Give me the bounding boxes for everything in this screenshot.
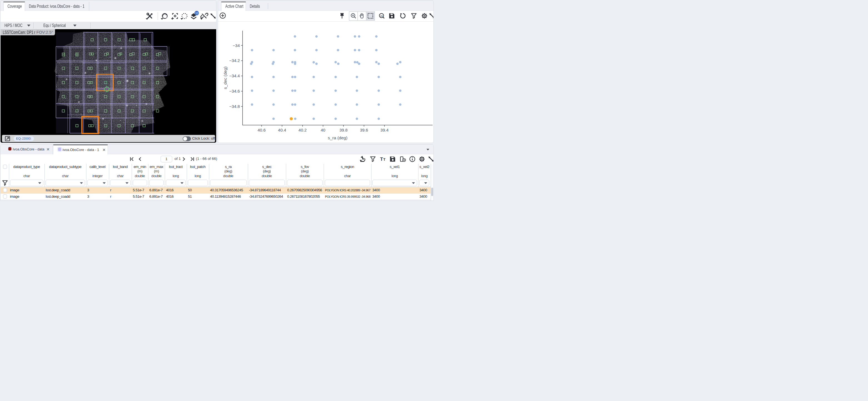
svg-text:−34.6: −34.6	[229, 89, 240, 93]
svg-text:−34: −34	[233, 43, 240, 48]
svg-text:40.6: 40.6	[257, 127, 266, 132]
svg-text:40: 40	[321, 127, 326, 132]
svg-text:39.8: 39.8	[340, 127, 348, 132]
svg-text:39.4: 39.4	[380, 127, 389, 132]
svg-text:10: 10	[195, 11, 198, 15]
svg-text:40.4: 40.4	[278, 127, 286, 132]
svg-text:s_ra (deg): s_ra (deg)	[328, 136, 348, 140]
svg-text:1X: 1X	[380, 15, 383, 17]
svg-text:−34.4: −34.4	[229, 74, 240, 78]
svg-text:T: T	[383, 158, 386, 162]
svg-text:s_dec (deg): s_dec (deg)	[223, 66, 227, 89]
svg-text:−34.2: −34.2	[229, 58, 240, 63]
svg-text:39.6: 39.6	[360, 127, 368, 132]
svg-text:40.2: 40.2	[299, 127, 307, 132]
svg-text:−34.8: −34.8	[229, 104, 240, 109]
svg-text:T: T	[380, 156, 383, 162]
